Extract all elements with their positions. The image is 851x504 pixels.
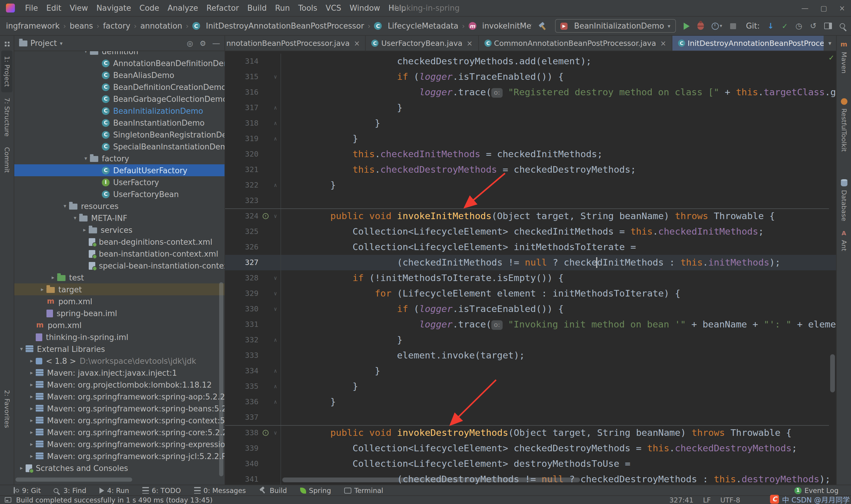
toolwindow-button-event-log[interactable]: 1Event Log — [788, 486, 845, 494]
tree-chevron[interactable]: ▾ — [61, 203, 69, 209]
run-with-coverage-button[interactable]: ▾ — [711, 22, 722, 30]
line-number[interactable]: 314 — [225, 54, 261, 69]
menu-code[interactable]: Code — [135, 3, 163, 13]
tree-chevron[interactable]: ▸ — [28, 394, 36, 399]
file-encoding[interactable]: UTF-8 — [720, 496, 740, 504]
override-gutter-icon[interactable]: ↑ — [261, 209, 270, 224]
tool-button-ant[interactable]: AAnt — [838, 230, 850, 252]
tree-item-beangarbagecollectiondemo[interactable]: CBeanGarbageCollectionDemo — [14, 93, 224, 105]
tree-chevron[interactable]: ▸ — [28, 370, 36, 376]
project-view-selector[interactable]: Project — [30, 39, 57, 48]
fold-marker[interactable]: ∨ — [270, 209, 281, 224]
line-number[interactable]: 330 — [225, 301, 261, 317]
tool-button-1-project[interactable]: 1: Project — [1, 51, 13, 92]
toolwindow-button-3-find[interactable]: 3: Find — [47, 486, 93, 494]
line-number[interactable]: 323 — [225, 193, 261, 209]
toolwindow-button-0-messages[interactable]: 0: Messages — [187, 486, 253, 494]
line-number[interactable]: 320 — [225, 146, 261, 162]
breadcrumb-beans[interactable]: beans — [70, 21, 93, 30]
line-number[interactable]: 327 — [225, 255, 261, 270]
fold-marker[interactable]: ∨ — [270, 270, 281, 286]
tree-item-beaninstantiationdemo[interactable]: CBeanInstantiationDemo — [14, 117, 224, 129]
tree-item-maven-javax-inject-javax-inject-1[interactable]: ▸Maven: javax.inject:javax.inject:1 — [14, 367, 224, 379]
line-number[interactable]: 329 — [225, 286, 261, 301]
editor-horizontal-scrollbar[interactable] — [282, 478, 580, 482]
code-line-322[interactable]: 322∧ } — [225, 177, 836, 193]
fold-marker[interactable]: ∨ — [270, 286, 281, 301]
tool-button-7-structure[interactable]: 7: Structure — [1, 92, 13, 142]
toolwindow-button-spring[interactable]: Spring — [294, 486, 338, 494]
code-line-335[interactable]: 335∧ } — [225, 379, 836, 394]
run-config-selector[interactable]: ▶ BeanInitializationDemo ▾ — [555, 19, 676, 33]
code-line-324[interactable]: 324↑∨ public void invokeInitMethods(Obje… — [225, 209, 836, 224]
caret-position[interactable]: 327:41 — [669, 496, 693, 504]
tree-item-meta-inf[interactable]: ▾META-INF — [14, 212, 224, 224]
menu-vcs[interactable]: VCS — [322, 3, 345, 13]
line-number[interactable]: 335 — [225, 379, 261, 394]
code-line-315[interactable]: 315∨ if (logger.isTraceEnabled()) { — [225, 69, 836, 85]
code-line-337[interactable]: 337 — [225, 410, 836, 425]
line-number[interactable]: 339 — [225, 440, 261, 456]
tree-item-beaninitializationdemo[interactable]: CBeanInitializationDemo — [14, 105, 224, 117]
search-everywhere-button[interactable] — [840, 23, 845, 29]
fold-marker[interactable]: ∧ — [270, 100, 281, 115]
tool-button-2-favorites[interactable]: 2: Favorites — [1, 385, 13, 433]
commit-button[interactable]: ✓ — [782, 22, 787, 30]
line-number[interactable]: 331 — [225, 317, 261, 332]
code-line-329[interactable]: 329∨ for (LifecycleElement element : ini… — [225, 286, 836, 301]
fold-marker[interactable]: ∧ — [270, 177, 281, 193]
editor-tab-userfactorybean-java[interactable]: CUserFactoryBean.java× — [366, 36, 478, 51]
tree-item-singletonbeanregistrationdemo[interactable]: CSingletonBeanRegistrationDemo — [14, 129, 224, 141]
code-line-339[interactable]: 339 Collection<LifecycleElement> checked… — [225, 440, 836, 456]
code-line-330[interactable]: 330∨ if (logger.isTraceEnabled()) { — [225, 301, 836, 317]
tree-item-external-libraries[interactable]: ▾External Libraries — [14, 343, 224, 355]
menu-run[interactable]: Run — [271, 3, 294, 13]
tree-item-scratches-and-consoles[interactable]: ▸Scratches and Consoles — [14, 462, 224, 474]
code-line-325[interactable]: 325 Collection<LifecycleElement> checked… — [225, 224, 836, 239]
code-line-320[interactable]: 320 this.checkedInitMethods = checkedIni… — [225, 146, 836, 162]
tree-item-maven-org-springframework-spring-beans-5-2-2-release[interactable]: ▸Maven: org.springframework:spring-beans… — [14, 402, 224, 414]
stop-button[interactable] — [730, 23, 736, 29]
line-number[interactable]: 332 — [225, 332, 261, 348]
line-number[interactable]: 340 — [225, 456, 261, 471]
toolwindow-button-terminal[interactable]: Terminal — [338, 486, 390, 494]
code-line-317[interactable]: 317∧ } — [225, 100, 836, 115]
toolwindow-button-9-git[interactable]: 9: Git — [5, 486, 47, 494]
tree-item-userfactorybean[interactable]: CUserFactoryBean — [14, 188, 224, 200]
line-number[interactable]: 317 — [225, 100, 261, 115]
fold-marker[interactable]: ∧ — [270, 115, 281, 131]
tree-item-test[interactable]: ▸test — [14, 271, 224, 283]
fold-marker[interactable]: ∧ — [270, 394, 281, 410]
tree-item-maven-org-springframework-spring-core-5-2-2-release[interactable]: ▸Maven: org.springframework:spring-core:… — [14, 426, 224, 438]
breadcrumb-lifecyclemetadata[interactable]: CLifecycleMetadata — [374, 21, 458, 30]
line-number[interactable]: 336 — [225, 394, 261, 410]
tab-close-icon[interactable]: × — [354, 39, 360, 47]
tree-item-spring-bean-iml[interactable]: spring-bean.iml — [14, 307, 224, 319]
line-number[interactable]: 321 — [225, 162, 261, 177]
tree-chevron[interactable]: ▾ — [82, 51, 90, 54]
tree-item-maven-org-projectlombok-lombok-1-18-12[interactable]: ▸Maven: org.projectlombok:lombok:1.18.12 — [14, 379, 224, 391]
fold-marker[interactable]: ∨ — [270, 69, 281, 85]
code-line-318[interactable]: 318∧ } — [225, 115, 836, 131]
code-line-340[interactable]: 340 Collection<LifecycleElement> destroy… — [225, 456, 836, 471]
fold-marker[interactable]: ∧ — [270, 379, 281, 394]
code-editor[interactable]: 314 checkedDestroyMethods.add(element);3… — [225, 51, 836, 485]
code-line-336[interactable]: 336∧ } — [225, 394, 836, 410]
tree-chevron[interactable]: ▸ — [28, 406, 36, 411]
line-separator[interactable]: LF — [703, 496, 711, 504]
maximize-button[interactable]: ▢ — [820, 4, 827, 12]
tree-item-userfactory[interactable]: IUserFactory — [14, 176, 224, 188]
layout-button[interactable] — [824, 23, 832, 29]
tree-chevron[interactable]: ▸ — [17, 465, 25, 471]
tree-chevron[interactable]: ▸ — [28, 382, 36, 388]
tree-item-maven-org-springframework-spring-jcl-5-2-2-release[interactable]: ▸Maven: org.springframework:spring-jcl:5… — [14, 450, 224, 462]
tree-chevron[interactable]: ▾ — [71, 215, 79, 221]
history-button[interactable]: ◷ — [796, 22, 802, 30]
tree-item-pom-xml[interactable]: mpom.xml — [14, 295, 224, 307]
tree-item-annotationbeandefinitiondemo[interactable]: CAnnotationBeanDefinitionDemo — [14, 57, 224, 69]
line-number[interactable]: 324 — [225, 209, 261, 224]
code-line-319[interactable]: 319∧ } — [225, 131, 836, 146]
tree-item-bean-instantiation-context-xml[interactable]: bean-instantiation-context.xml — [14, 248, 224, 259]
inspections-ok-icon[interactable]: ✓ — [828, 54, 834, 62]
code-line-332[interactable]: 332∧ } — [225, 332, 836, 348]
